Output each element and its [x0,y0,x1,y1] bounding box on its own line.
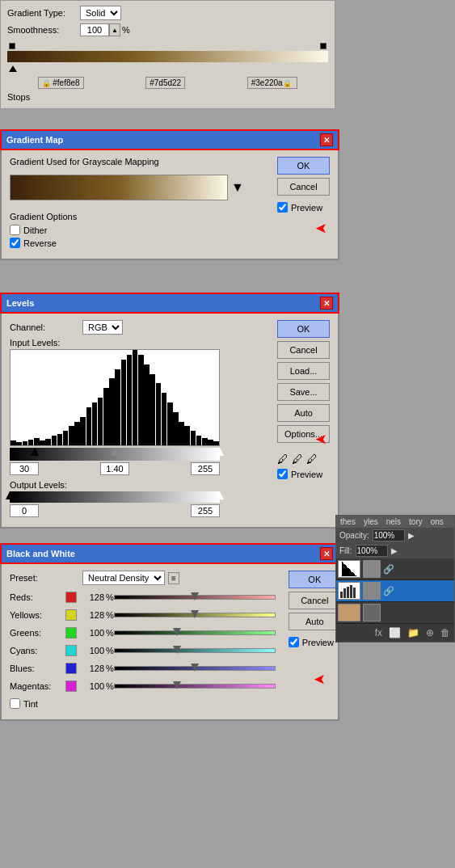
input-mid-value[interactable]: 1.40 [100,462,129,475]
gradient-map-preview[interactable] [10,175,228,200]
reds-label: Reds: [10,592,62,602]
output-slider-black[interactable] [6,491,14,499]
greens-slider-handle[interactable] [173,628,181,636]
blues-value[interactable]: 128 [80,664,104,673]
blues-slider-handle[interactable] [191,664,199,672]
input-slider[interactable] [10,448,220,461]
gradient-map-ok-button[interactable]: OK [277,157,330,175]
create-fill-layer-icon[interactable]: ⊕ [424,626,436,639]
stop-color-1[interactable]: 🔒 #fef8e8 [38,77,83,89]
input-min-value[interactable]: 30 [10,462,39,475]
blues-slider[interactable] [114,664,276,673]
levels-close-button[interactable]: ✕ [320,297,333,310]
yellows-value[interactable]: 128 [80,610,104,620]
greens-value[interactable]: 100 [80,628,104,638]
reverse-checkbox[interactable] [10,238,20,248]
eyedropper-gray[interactable]: 🖊 [292,453,303,466]
yellows-swatch [65,609,77,621]
tab-ons[interactable]: ons [427,516,448,528]
preset-select[interactable]: Neutral Density [82,571,165,585]
output-slider-white[interactable] [216,491,224,499]
yellows-slider[interactable] [114,610,276,620]
add-layer-style-icon[interactable]: fx [373,626,384,639]
levels-preview-checkbox[interactable] [277,469,288,479]
eyedropper-white[interactable]: 🖊 [306,453,318,466]
gradient-map-title-bar[interactable]: Gradient Map ✕ [2,131,338,149]
gradient-map-close-button[interactable]: ✕ [320,133,333,146]
output-min-value[interactable]: 0 [10,504,39,517]
tab-yles[interactable]: yles [360,516,382,528]
gradient-type-select[interactable]: Solid [80,6,121,20]
cyans-slider[interactable] [114,646,276,655]
bw-ok-button[interactable]: OK [289,571,341,588]
opacity-input[interactable] [373,529,405,541]
input-max-value[interactable]: 255 [191,462,220,475]
layer-thumb-histogram-svg [340,584,358,598]
gradient-options-section: Gradient Options Dither Reverse [10,212,264,248]
levels-save-button[interactable]: Save... [277,383,330,401]
levels-title-bar[interactable]: Levels ✕ [2,294,338,312]
fill-input[interactable] [356,545,388,557]
levels-auto-button[interactable]: Auto [277,404,330,422]
smoothness-value[interactable] [80,23,109,36]
greens-slider[interactable] [114,628,276,638]
channel-select[interactable]: RGB [82,320,123,335]
bw-cancel-button[interactable]: Cancel [289,592,341,609]
stop-marker-right[interactable] [320,43,327,49]
eyedropper-black[interactable]: 🖊 [277,453,289,466]
stop-marker-left[interactable] [9,43,15,49]
smoothness-unit: % [122,25,130,35]
input-slider-white[interactable] [216,448,224,456]
stop-color-2[interactable]: #7d5d22 [145,77,185,89]
stop-triangle-left[interactable] [9,65,17,72]
layer-item-2[interactable]: 🔗 [336,580,454,602]
preset-options-btn[interactable]: ≡ [168,572,179,584]
bw-auto-button[interactable]: Auto [289,613,341,630]
layer-item-3[interactable] [336,602,454,624]
output-slider[interactable] [10,491,220,503]
input-slider-mid[interactable] [111,448,119,456]
levels-load-button[interactable]: Load... [277,362,330,380]
bw-preview-checkbox[interactable] [289,637,299,647]
reds-value[interactable]: 128 [80,592,104,602]
levels-dialog: Levels ✕ Channel: RGB Input Levels: [0,293,339,529]
eyedroppers-group: 🖊 🖊 🖊 [277,453,330,466]
tab-tory[interactable]: tory [405,516,427,528]
reds-slider[interactable] [114,592,276,602]
tab-thes[interactable]: thes [336,516,360,528]
yellows-slider-handle[interactable] [191,610,199,618]
delete-layer-icon[interactable]: 🗑 [439,626,452,639]
stop-color-3[interactable]: #3e220a 🔒 [247,77,297,89]
cyans-slider-handle[interactable] [173,646,181,654]
bw-title-bar[interactable]: Black and White ✕ [2,545,338,563]
magentas-slider-handle[interactable] [173,681,181,689]
magentas-slider[interactable] [114,681,276,691]
output-max-value[interactable]: 255 [191,504,220,517]
add-mask-icon[interactable]: ⬜ [387,626,402,639]
tab-nels[interactable]: nels [382,516,405,528]
dither-checkbox[interactable] [10,225,20,235]
gradient-map-preview-checkbox[interactable] [277,202,288,213]
output-values: 0 255 [10,504,220,517]
create-group-icon[interactable]: 📁 [406,626,421,639]
cyans-value[interactable]: 100 [80,646,104,655]
levels-ok-button[interactable]: OK [277,320,330,338]
gradient-bar[interactable] [7,51,328,62]
reds-slider-handle[interactable] [191,592,199,600]
blues-swatch [65,663,77,674]
bw-preview-label: Preview [302,638,334,647]
levels-cancel-button[interactable]: Cancel [277,341,330,359]
layer-item-1[interactable]: 🔗 [336,558,454,580]
layers-bottom: fx ⬜ 📁 ⊕ 🗑 [336,624,454,642]
bw-close-button[interactable]: ✕ [320,547,333,560]
fill-arrow[interactable]: ▶ [391,546,398,555]
opacity-arrow[interactable]: ▶ [408,531,415,540]
reverse-label: Reverse [23,238,57,248]
smoothness-spin-btn[interactable]: ▲ [109,23,120,36]
magentas-value[interactable]: 100 [80,681,104,691]
cyans-percent: % [106,646,114,655]
gradient-options-dropdown[interactable]: ▼ [231,180,244,195]
input-slider-black[interactable] [31,448,39,456]
tint-checkbox[interactable] [10,698,20,709]
gradient-map-cancel-button[interactable]: Cancel [277,178,330,196]
